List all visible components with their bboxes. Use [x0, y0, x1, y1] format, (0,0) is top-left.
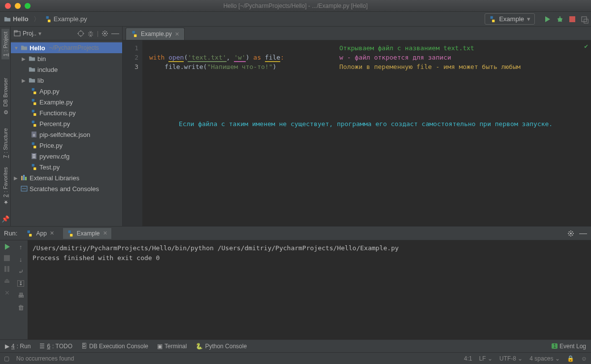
indent-settings[interactable]: 4 spaces ⌄ [529, 355, 559, 362]
up-arrow-icon[interactable]: ↑ [19, 243, 23, 251]
console-line: Process finished with exit code 0 [33, 253, 586, 263]
svg-point-7 [104, 33, 106, 34]
tool-tab-project[interactable]: 1: Project [1, 29, 9, 59]
annotation-variable: Положи в переменную file - имя может быт… [339, 62, 521, 71]
svg-point-6 [78, 31, 83, 36]
stop-icon[interactable] [4, 255, 10, 261]
collapse-all-icon[interactable] [87, 30, 94, 37]
down-arrow-icon[interactable]: ↓ [19, 256, 23, 263]
tree-file[interactable]: Example.py [11, 97, 122, 107]
close-icon[interactable]: ✕ [103, 230, 107, 236]
file-encoding[interactable]: UTF-8 ⌄ [499, 355, 523, 362]
gear-icon[interactable] [101, 30, 108, 37]
tree-folder-bin[interactable]: ▶bin [11, 53, 122, 64]
tree-file[interactable]: Test.py [11, 162, 122, 172]
pin-icon[interactable]: 📌 [1, 215, 9, 223]
tree-folder-include[interactable]: include [11, 64, 122, 75]
console-line: /Users/dmitriy/PycharmProjects/Hello/bin… [33, 243, 586, 253]
print-icon[interactable]: 🖶 [18, 292, 24, 299]
tool-windows-icon[interactable]: ▢ [4, 355, 9, 362]
project-panel-title: Proj.. [23, 30, 36, 37]
inspection-ok-icon[interactable]: ✔ [584, 42, 588, 50]
debug-button[interactable] [557, 16, 563, 23]
tool-tab-db-browser[interactable]: ⚙DB Browser [1, 75, 9, 118]
close-tab-icon[interactable]: ✕ [175, 31, 179, 37]
line-separator[interactable]: LF ⌄ [479, 355, 492, 362]
hide-panel-icon[interactable]: — [111, 29, 119, 38]
tree-file[interactable]: App.py [11, 86, 122, 97]
annotation-auto-create: Если файла с таким именем не существует,… [179, 119, 553, 129]
annotation-write-mode: w - файл откроется для записи [339, 53, 451, 62]
close-icon[interactable]: ✕ [50, 230, 54, 236]
exit-icon[interactable]: ⏏ [4, 277, 10, 284]
lock-icon[interactable]: 🔒 [567, 355, 574, 362]
editor-area: Example.py ✕ 1 2 3 with open('text.txt',… [123, 27, 591, 226]
gear-icon[interactable] [567, 230, 574, 237]
run-config-selector[interactable]: Example ▾ [485, 13, 535, 25]
svg-rect-11 [21, 176, 23, 180]
event-log[interactable]: 1 Event Log [552, 343, 586, 350]
editor-tab-example[interactable]: Example.py ✕ [126, 28, 185, 40]
close-icon[interactable]: ✕ [4, 289, 10, 297]
tool-todo[interactable]: ☰ 6: TODO [39, 343, 72, 350]
breadcrumb-file[interactable]: Example.py [45, 15, 87, 23]
trash-icon[interactable]: 🗑 [18, 304, 24, 311]
bottom-tool-strip: ▶ 4: Run ☰ 6: TODO 🗄 DB Execution Consol… [0, 339, 591, 352]
status-bar: ▢ No occurrences found 4:1 LF ⌄ UTF-8 ⌄ … [0, 352, 591, 364]
breadcrumb-project-label: Hello [13, 15, 29, 23]
svg-rect-17 [4, 266, 6, 272]
soft-wrap-icon[interactable]: ⤶ [18, 268, 24, 275]
project-tree[interactable]: ▼ Hello ~/PycharmProjects ▶bin include ▶… [11, 40, 122, 226]
tree-root[interactable]: ▼ Hello ~/PycharmProjects [11, 42, 122, 53]
editor-gutter[interactable]: 1 2 3 [123, 40, 142, 226]
run-left-toolbar: ⏏ ✕ [0, 240, 14, 339]
window-zoom[interactable] [25, 3, 31, 9]
svg-rect-12 [23, 175, 25, 180]
window-titlebar: Hello [~/PycharmProjects/Hello] - .../Ex… [0, 0, 591, 12]
run-tool-window: Run: App✕ Example✕ — ⏏ ✕ ↑ ↓ ⤶ ↧ 🖶 🗑 / [0, 226, 591, 339]
breadcrumb-file-label: Example.py [54, 15, 87, 23]
tree-file[interactable]: pyvenv.cfg [11, 151, 122, 162]
caret-position[interactable]: 4:1 [464, 355, 472, 362]
stop-button[interactable] [569, 16, 575, 22]
tree-file[interactable]: Price.py [11, 140, 122, 151]
window-minimize[interactable] [15, 3, 21, 9]
breadcrumb-project[interactable]: Hello [4, 15, 29, 23]
tool-tab-favorites[interactable]: ★2: Favorites [1, 164, 9, 208]
search-everywhere-button[interactable] [581, 16, 587, 22]
scroll-to-end-icon[interactable]: ↧ [17, 280, 24, 287]
tree-file[interactable]: Percent.py [11, 118, 122, 129]
run-tab-example[interactable]: Example✕ [63, 228, 111, 239]
code-editor[interactable]: 1 2 3 with open('text.txt', 'w') as file… [123, 40, 591, 226]
breadcrumb-separator: 〉 [33, 15, 40, 24]
tool-python-console[interactable]: 🐍 Python Console [196, 343, 247, 350]
pause-icon[interactable] [4, 266, 10, 272]
tree-file[interactable]: {}pip-selfcheck.json [11, 129, 122, 140]
tool-db-console[interactable]: 🗄 DB Execution Console [81, 343, 148, 350]
run-console[interactable]: /Users/dmitriy/PycharmProjects/Hello/bin… [28, 240, 591, 339]
hide-panel-icon[interactable]: — [579, 229, 587, 238]
svg-rect-18 [7, 266, 9, 272]
tree-file[interactable]: Functions.py [11, 107, 122, 118]
run-left-toolbar-2: ↑ ↓ ⤶ ↧ 🖶 🗑 [14, 240, 28, 339]
rerun-icon[interactable] [3, 243, 10, 250]
nav-bar: Hello 〉 Example.py Example ▾ [0, 12, 591, 27]
locate-icon[interactable] [77, 30, 84, 37]
window-close[interactable] [5, 3, 11, 9]
tool-tab-structure[interactable]: 7: Structure [1, 125, 9, 161]
svg-rect-3 [584, 19, 588, 23]
left-tool-strip: 1: Project ⚙DB Browser 7: Structure ★2: … [0, 27, 11, 226]
run-button[interactable] [544, 16, 551, 23]
inspector-icon[interactable]: ☺ [581, 355, 587, 362]
tree-scratches[interactable]: Scratches and Consoles [11, 183, 122, 194]
code-content[interactable]: with open('text.txt', 'w') as file: file… [142, 40, 591, 226]
run-tab-app[interactable]: App✕ [22, 228, 58, 239]
status-message: No occurrences found [16, 355, 457, 362]
svg-rect-16 [4, 255, 10, 261]
window-title: Hello [~/PycharmProjects/Hello] - .../Ex… [223, 2, 367, 9]
tool-run[interactable]: ▶ 4: Run [5, 343, 31, 350]
tree-folder-lib[interactable]: ▶lib [11, 75, 122, 86]
tool-terminal[interactable]: ▣ Terminal [157, 343, 187, 350]
tree-external-libs[interactable]: ▶External Libraries [11, 172, 122, 183]
project-tool-window: Proj.. ▾ | — ▼ Hello ~/PycharmProjects ▶… [11, 27, 123, 226]
